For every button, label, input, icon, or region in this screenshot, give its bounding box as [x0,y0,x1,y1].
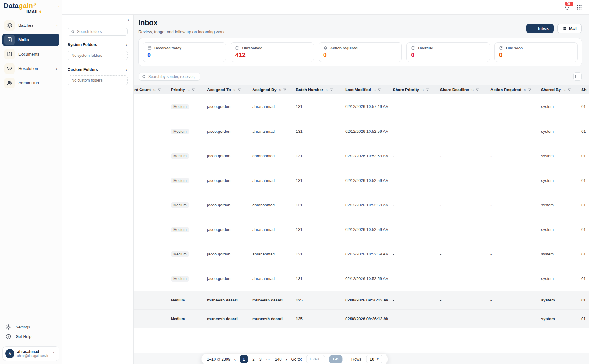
cell-share-deadline: - [435,144,486,168]
column-header-share-deadline[interactable]: Share Deadline↑↓ [435,85,486,94]
table-row[interactable]: Mediummuneesh.dasarimuneesh.dasari12502/… [134,309,589,328]
sidebar-item-admin-hub[interactable]: Admin Hub [2,77,59,89]
sort-icon[interactable]: ↑↓ [563,88,565,92]
page-title: Inbox [138,19,225,27]
prev-page-button[interactable]: ‹ [234,357,236,362]
folder-search-input[interactable] [77,29,125,34]
column-header-batch-number[interactable]: Batch Number↑↓ [291,85,340,94]
sort-icon[interactable]: ↑↓ [421,88,424,92]
user-card[interactable]: A ahrar.ahmad ahrar@datagainservice... ⋮ [2,346,59,361]
column-header-share-priority[interactable]: Share Priority↑↓ [388,85,435,94]
table-toolbar [134,66,589,81]
sidebar-item-settings[interactable]: Settings [2,322,59,332]
column-header-nt-count[interactable]: nt Count↑↓ [134,85,166,94]
brand-logo[interactable]: Datagain↗ IMAIL✈ [0,0,62,15]
app-root: Datagain↗ IMAIL✈ ‹ Batches›MailsDocument… [0,0,589,364]
cell-batch-number: 131 [291,193,340,217]
book-icon [4,49,15,59]
column-header-priority[interactable]: Priority↑↓ [166,85,202,94]
cell-priority: Medium [166,266,202,291]
page-button-240[interactable]: 240 [275,357,282,362]
filter-icon[interactable] [330,88,333,92]
table-row[interactable]: Mediumjacob.gordonahrar.ahmad13102/12/20… [134,119,589,144]
sort-icon[interactable]: ↑↓ [523,88,526,92]
filter-icon[interactable] [426,88,429,92]
page-button-3[interactable]: 3 [259,357,262,362]
sort-icon[interactable]: ↑↓ [325,88,328,92]
rows-per-page-select[interactable]: 10∨ [366,355,382,363]
stat-card-due-soon: Due soon0 [494,42,578,62]
column-header-action-required[interactable]: Action Required↑↓ [486,85,536,94]
table-row[interactable]: Mediummuneesh.dasarimuneesh.dasari12502/… [134,291,589,309]
cell-last-modified: 02/12/2026 10:57:49 AM [340,94,388,119]
next-page-button[interactable]: › [286,357,287,362]
sidebar-item-get-help[interactable]: Get Help [2,332,59,341]
sort-icon[interactable]: ↑↓ [471,88,474,92]
filter-icon[interactable] [238,88,241,92]
main-content: Inbox Review, triage, and follow up on i… [134,15,589,364]
table-row[interactable]: Mediumjacob.gordonahrar.ahmad13102/12/20… [134,217,589,242]
listview-icon [562,26,567,31]
sort-icon[interactable]: ↑↓ [187,88,190,92]
view-toggle: InboxMail [526,24,582,33]
gear-icon [6,324,11,330]
sidebar-item-resolution[interactable]: Resolution› [2,63,59,75]
table-row[interactable]: Mediumjacob.gordonahrar.ahmad13102/12/20… [134,266,589,291]
folder-section-custom-folders[interactable]: Custom Folders∨ [68,67,128,72]
table-row[interactable]: Mediumjacob.gordonahrar.ahmad13102/12/20… [134,193,589,217]
mail-search-input[interactable] [148,75,197,79]
view-toggle-mail[interactable]: Mail [557,24,582,33]
folder-section-system-folders[interactable]: System Folders∨ [68,42,128,47]
filter-icon[interactable] [378,88,381,92]
go-button[interactable]: Go [329,355,342,363]
cell-shared-by: system [536,291,576,309]
view-toggle-inbox[interactable]: Inbox [526,24,554,33]
cell-action-required: - [486,266,536,291]
document-icon [4,35,15,45]
filter-icon[interactable] [157,88,161,92]
table-row[interactable]: Mediumjacob.gordonahrar.ahmad13102/12/20… [134,168,589,193]
pagination-bar: 1–10 of 2399 ‹ 123⋯240 › Go to: Go | Row… [201,353,388,364]
sort-icon[interactable]: ↑↓ [153,88,155,92]
brand-arrow-icon: ↗ [33,2,37,7]
cell-shared-by: system [536,168,576,193]
stat-value: 0 [411,52,485,59]
page-button-2[interactable]: 2 [252,357,254,362]
filter-icon[interactable] [528,88,532,92]
cell-nt-count [134,291,166,309]
sidebar-collapse-button[interactable]: ‹ [58,4,60,9]
column-header-sh[interactable]: Sh↑↓ [576,85,589,94]
filter-icon[interactable] [283,88,287,92]
table-row[interactable]: Mediumjacob.gordonahrar.ahmad13102/12/20… [134,144,589,168]
filter-icon[interactable] [568,88,571,92]
table-row[interactable]: Mediumjacob.gordonahrar.ahmad13102/12/20… [134,94,589,119]
cell-nt-count [134,94,166,119]
column-header-last-modified[interactable]: Last Modified↑↓ [340,85,388,94]
filter-icon[interactable] [192,88,195,92]
folders-collapse-button[interactable]: ‹ [128,17,129,22]
sidebar-item-batches[interactable]: Batches› [2,19,59,32]
user-name: ahrar.ahmad [17,350,48,354]
sidebar-item-mails[interactable]: Mails [2,34,59,46]
page-button-1[interactable]: 1 [240,355,248,363]
app-launcher-icon[interactable] [576,4,582,10]
user-menu-icon[interactable]: ⋮ [51,351,56,356]
table-row[interactable]: Mediumjacob.gordonahrar.ahmad13102/12/20… [134,242,589,266]
cell-share-deadline: - [435,242,486,266]
stat-card-overdue: Overdue0 [406,42,490,62]
notifications-button[interactable]: 99+ [564,4,570,11]
cell-shared-by: system [536,242,576,266]
calendar-icon [147,46,152,50]
sort-icon[interactable]: ↑↓ [373,88,376,92]
column-settings-button[interactable] [573,72,582,81]
sort-icon[interactable]: ↑↓ [233,88,235,92]
sidebar-item-label: Documents [18,52,57,56]
goto-page-input[interactable] [306,355,325,363]
column-header-assigned-to[interactable]: Assigned To↑↓ [202,85,247,94]
cell-shared-by: system [536,119,576,144]
filter-icon[interactable] [475,88,479,92]
sort-icon[interactable]: ↑↓ [279,88,281,92]
sidebar-item-documents[interactable]: Documents [2,48,59,60]
column-header-assigned-by[interactable]: Assigned By↑↓ [247,85,291,94]
column-header-shared-by[interactable]: Shared By↑↓ [536,85,576,94]
